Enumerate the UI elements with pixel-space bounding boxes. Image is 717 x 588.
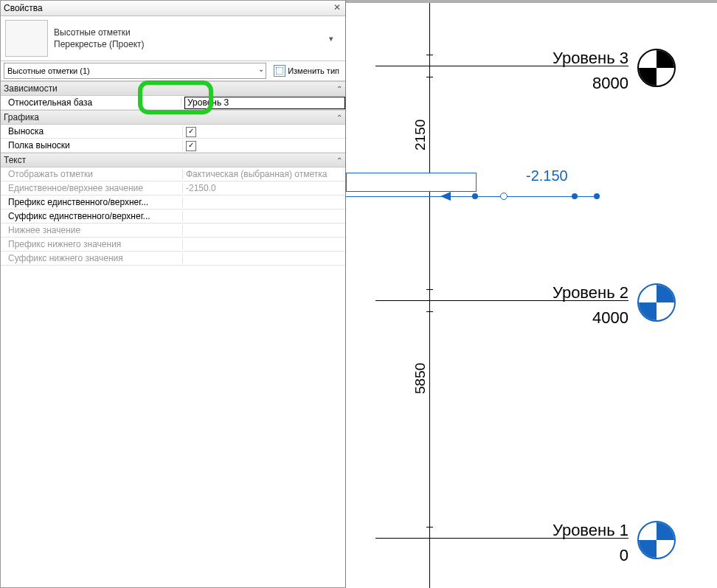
drawing-canvas[interactable]: Уровень 3 8000 Уровень 2 4000 Уровень 1 … xyxy=(346,0,717,588)
drag-grip[interactable] xyxy=(472,193,478,199)
palette-title: Свойства xyxy=(4,1,332,15)
type-family-label: Высотные отметки xyxy=(54,27,329,38)
group-header-text[interactable]: Текст ⌃ xyxy=(1,153,345,167)
prop-row-single-upper-prefix[interactable]: Префикс единственного/верхнег... xyxy=(1,196,345,210)
arrow-left-icon xyxy=(440,192,451,201)
prop-name: Суффикс единственного/верхнег... xyxy=(1,211,183,221)
level-elevation: 4000 xyxy=(592,308,628,328)
drag-grip[interactable] xyxy=(572,193,578,199)
group-label: Графика xyxy=(4,112,39,122)
group-header-dependencies[interactable]: Зависимости ⌃ xyxy=(1,81,345,96)
level-head-icon[interactable] xyxy=(637,521,676,559)
level-elevation: 8000 xyxy=(592,74,628,93)
properties-palette: Свойства ✕ Высотные отметки Перекрестье … xyxy=(0,0,346,588)
dim-tick xyxy=(426,527,433,528)
prop-row-leader-shoulder[interactable]: Полка выноски ✓ xyxy=(1,139,345,153)
palette-titlebar[interactable]: Свойства ✕ xyxy=(1,1,345,16)
level-head-icon[interactable] xyxy=(637,283,676,322)
dim-tick xyxy=(426,289,433,290)
edit-type-button[interactable]: Изменить тип xyxy=(271,63,342,78)
prop-row-lower-suffix: Суффикс нижнего значения xyxy=(1,252,345,266)
prop-row-leader[interactable]: Выноска ✓ xyxy=(1,125,345,139)
level-head-icon[interactable] xyxy=(637,49,676,87)
prop-name: Суффикс нижнего значения xyxy=(1,253,183,263)
prop-name: Выноска xyxy=(1,126,183,136)
chevron-down-icon[interactable]: ▾ xyxy=(329,34,341,44)
spot-elevation-box[interactable] xyxy=(346,173,477,192)
level-name: Уровень 2 xyxy=(553,283,628,302)
collapse-icon[interactable]: ⌃ xyxy=(336,85,342,93)
dimension-value-lower[interactable]: 5850 xyxy=(412,363,429,394)
prop-row-display-elevations: Отображать отметки Фактическая (выбранна… xyxy=(1,167,345,181)
prop-name: Относительная база xyxy=(1,97,181,108)
instance-filter-label: Высотные отметки (1) xyxy=(7,66,90,75)
collapse-icon[interactable]: ⌃ xyxy=(336,156,342,165)
spot-elevation-value[interactable]: -2.150 xyxy=(526,167,568,184)
leader-shoulder-checkbox[interactable]: ✓ xyxy=(186,141,196,151)
instance-filter-row: Высотные отметки (1) ⌄ Изменить тип xyxy=(1,61,345,81)
prop-row-lower-value: Нижнее значение xyxy=(1,224,345,238)
spot-elevation-leader xyxy=(346,196,597,197)
prop-value-cell[interactable]: ✓ xyxy=(183,125,345,137)
prop-value: -2150.0 xyxy=(183,183,345,193)
relative-base-value: Уровень 3 xyxy=(187,97,229,108)
prop-row-single-upper-value: Единственное/верхнее значение -2150.0 xyxy=(1,181,345,196)
leader-checkbox[interactable]: ✓ xyxy=(186,127,196,137)
chevron-down-icon[interactable]: ⌄ xyxy=(258,65,264,73)
drag-grip[interactable] xyxy=(500,193,508,200)
prop-name: Отображать отметки xyxy=(1,169,183,179)
prop-row-relative-base[interactable]: Относительная база Уровень 3 xyxy=(1,96,345,110)
prop-value-cell[interactable]: ✓ xyxy=(183,139,345,151)
type-selector[interactable]: Высотные отметки Перекрестье (Проект) ▾ xyxy=(1,16,345,61)
collapse-icon[interactable]: ⌃ xyxy=(336,114,342,122)
group-label: Зависимости xyxy=(4,83,58,94)
type-preview-icon xyxy=(5,20,48,57)
close-icon[interactable]: ✕ xyxy=(332,3,342,13)
level-name: Уровень 1 xyxy=(553,521,628,540)
prop-value: Фактическая (выбранная) отметка xyxy=(183,169,345,179)
prop-row-lower-prefix: Префикс нижнего значения xyxy=(1,238,345,252)
dim-tick xyxy=(426,77,433,77)
type-name-label: Перекрестье (Проект) xyxy=(54,39,329,49)
group-label: Текст xyxy=(4,155,26,165)
prop-row-single-upper-suffix[interactable]: Суффикс единственного/верхнег... xyxy=(1,210,345,224)
dim-tick xyxy=(426,311,433,312)
level-elevation: 0 xyxy=(620,546,628,565)
group-header-graphics[interactable]: Графика ⌃ xyxy=(1,110,345,125)
prop-name: Префикс нижнего значения xyxy=(1,239,183,249)
prop-name: Нижнее значение xyxy=(1,225,183,235)
type-selector-labels: Высотные отметки Перекрестье (Проект) xyxy=(54,27,329,49)
dim-tick xyxy=(426,55,433,55)
instance-filter-combo[interactable]: Высотные отметки (1) ⌄ xyxy=(4,63,266,79)
drag-grip[interactable] xyxy=(594,193,600,199)
relative-base-field[interactable]: Уровень 3 xyxy=(184,97,345,109)
dimension-witness-line xyxy=(429,3,430,588)
prop-name: Префикс единственного/верхнег... xyxy=(1,197,183,207)
level-name: Уровень 3 xyxy=(553,49,628,68)
prop-name: Единственное/верхнее значение xyxy=(1,183,183,193)
edit-type-icon xyxy=(274,65,285,77)
edit-type-label: Изменить тип xyxy=(288,66,339,75)
prop-value-cell[interactable]: Уровень 3 xyxy=(181,97,345,109)
dimension-value-upper[interactable]: 2150 xyxy=(412,120,429,151)
prop-name: Полка выноски xyxy=(1,140,183,151)
